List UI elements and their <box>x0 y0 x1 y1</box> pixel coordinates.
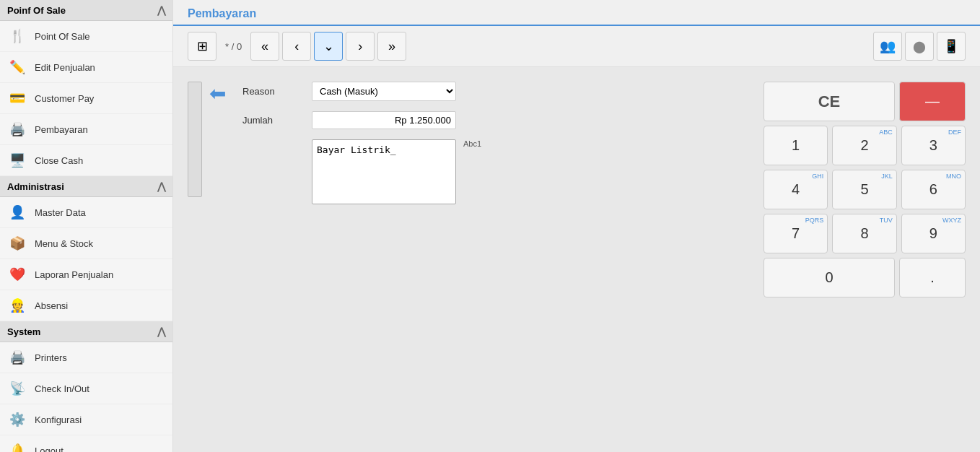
sidebar-item-pembayaran[interactable]: 🖨️Pembayaran <box>0 114 172 145</box>
jumlah-label: Jumlah <box>242 115 300 126</box>
numpad-8-sub: TUV <box>880 217 893 224</box>
sidebar-section-title-system: System <box>7 326 40 337</box>
vertical-scrollbar[interactable] <box>188 82 202 197</box>
toolbar-prev-btn[interactable]: ‹ <box>282 32 311 61</box>
abc-label: Abc1 <box>463 139 481 148</box>
numpad-2-sub: ABC <box>879 129 893 136</box>
mobile-icon: 📱 <box>943 38 959 54</box>
numpad-5[interactable]: 5 JKL <box>832 170 896 209</box>
sidebar-item-printers[interactable]: 🖨️Printers <box>0 342 172 373</box>
reason-row: Reason Cash (Masuk) Cash (Keluar) Transf… <box>242 82 748 101</box>
toolbar-circle-btn[interactable]: ⬤ <box>905 32 934 61</box>
sidebar-item-laporan-penjualan[interactable]: ❤️Laporan Penjualan <box>0 259 172 290</box>
numpad-dot[interactable]: . <box>899 258 966 297</box>
numpad-area: CE — 1 2 ABC 3 DEF <box>764 82 966 438</box>
numpad-6-label: 6 <box>929 181 937 198</box>
numpad-4-label: 4 <box>792 181 800 198</box>
collapse-icon-system: ⋀ <box>157 326 165 337</box>
main-content: Pembayaran ⊞ * / 0 « ‹ ⌄ › » 👥 ⬤ � <box>173 0 980 452</box>
collapse-icon-admin: ⋀ <box>157 181 165 192</box>
sidebar-label-point-of-sale: Point Of Sale <box>35 31 90 42</box>
sidebar-section-pos[interactable]: Poinf Of Sale⋀ <box>0 0 172 21</box>
nav-arrow-area: ⬅ <box>206 82 228 105</box>
sidebar-label-konfigurasi: Konfigurasi <box>35 414 82 425</box>
sidebar-icon-printers: 🖨️ <box>7 347 27 368</box>
sidebar-item-menu-stock[interactable]: 📦Menu & Stock <box>0 228 172 259</box>
record-info: * / 0 <box>225 41 242 52</box>
numpad-9[interactable]: 9 WXYZ <box>901 214 966 253</box>
toolbar-next-down-btn[interactable]: ⌄ <box>314 32 343 61</box>
toolbar-next-btn[interactable]: › <box>346 32 375 61</box>
sidebar-icon-konfigurasi: ⚙️ <box>7 409 27 430</box>
sidebar-icon-logout: 🔔 <box>7 440 27 452</box>
numpad-6[interactable]: 6 MNO <box>901 170 966 209</box>
toolbar-grid-btn[interactable]: ⊞ <box>188 32 216 61</box>
toolbar-mobile-btn[interactable]: 📱 <box>937 32 966 61</box>
sidebar-section-system[interactable]: System⋀ <box>0 321 172 342</box>
next-down-icon: ⌄ <box>323 38 334 54</box>
numpad-row-1: 1 2 ABC 3 DEF <box>764 126 966 165</box>
reason-select[interactable]: Cash (Masuk) Cash (Keluar) Transfer <box>312 82 456 101</box>
numpad-7[interactable]: 7 PQRS <box>764 214 828 253</box>
numpad-4[interactable]: 4 GHI <box>764 170 828 209</box>
sidebar-item-customer-pay[interactable]: 💳Customer Pay <box>0 83 172 114</box>
notes-row: Bayar Listrik_ Abc1 <box>242 139 748 204</box>
sidebar-item-absensi[interactable]: 👷Absensi <box>0 290 172 321</box>
sidebar-item-master-data[interactable]: 👤Master Data <box>0 197 172 228</box>
sidebar-icon-point-of-sale: 🍴 <box>7 26 27 46</box>
numpad-2[interactable]: 2 ABC <box>832 126 896 165</box>
sidebar-label-master-data: Master Data <box>35 207 86 218</box>
people-icon: 👥 <box>880 38 896 54</box>
sidebar-icon-customer-pay: 💳 <box>7 88 27 108</box>
notes-textarea[interactable]: Bayar Listrik_ <box>312 139 456 204</box>
sidebar-label-pembayaran: Pembayaran <box>35 124 88 135</box>
toolbar-last-btn[interactable]: » <box>377 32 406 61</box>
numpad-9-sub: WXYZ <box>942 217 961 224</box>
backspace-button[interactable]: — <box>899 82 966 121</box>
form-area: ⬅ Reason Cash (Masuk) Cash (Keluar) Tran… <box>173 67 980 452</box>
sidebar: Poinf Of Sale⋀🍴Point Of Sale✏️Edit Penju… <box>0 0 173 452</box>
backspace-icon: — <box>925 93 940 110</box>
numpad-0[interactable]: 0 <box>764 258 895 297</box>
jumlah-input[interactable] <box>312 111 456 129</box>
reason-label: Reason <box>242 86 300 97</box>
numpad-1[interactable]: 1 <box>764 126 828 165</box>
numpad-row-4: 0 . <box>764 258 966 297</box>
notes-group: Bayar Listrik_ Abc1 <box>312 139 481 204</box>
numpad-8[interactable]: 8 TUV <box>832 214 896 253</box>
page-header: Pembayaran <box>173 0 980 26</box>
numpad-3[interactable]: 3 DEF <box>901 126 966 165</box>
numpad-9-label: 9 <box>929 225 937 242</box>
numpad-top-row: CE — <box>764 82 966 121</box>
sidebar-section-title-pos: Poinf Of Sale <box>7 5 66 16</box>
sidebar-icon-master-data: 👤 <box>7 202 27 222</box>
ce-button[interactable]: CE <box>764 82 895 121</box>
sidebar-label-laporan-penjualan: Laporan Penjualan <box>35 269 113 280</box>
toolbar-people-btn[interactable]: 👥 <box>873 32 902 61</box>
sidebar-item-point-of-sale[interactable]: 🍴Point Of Sale <box>0 21 172 52</box>
sidebar-item-edit-penjualan[interactable]: ✏️Edit Penjualan <box>0 52 172 83</box>
sidebar-label-printers: Printers <box>35 352 67 363</box>
toolbar: ⊞ * / 0 « ‹ ⌄ › » 👥 ⬤ 📱 <box>173 26 980 67</box>
numpad-5-sub: JKL <box>881 173 893 180</box>
page-title: Pembayaran <box>188 7 966 25</box>
sidebar-item-check-in-out[interactable]: 📡Check In/Out <box>0 373 172 404</box>
numpad-row-2: 4 GHI 5 JKL 6 MNO <box>764 170 966 209</box>
sidebar-item-konfigurasi[interactable]: ⚙️Konfigurasi <box>0 404 172 435</box>
numpad-1-label: 1 <box>792 137 800 154</box>
sidebar-icon-laporan-penjualan: ❤️ <box>7 264 27 284</box>
numpad-7-sub: PQRS <box>805 217 824 224</box>
sidebar-section-admin[interactable]: Administrasi⋀ <box>0 176 172 197</box>
sidebar-label-logout: Logout <box>35 446 64 453</box>
sidebar-item-logout[interactable]: 🔔Logout <box>0 435 172 452</box>
back-arrow-icon[interactable]: ⬅ <box>209 82 226 105</box>
numpad-2-label: 2 <box>860 137 868 154</box>
numpad-3-sub: DEF <box>948 129 961 136</box>
sidebar-item-close-cash[interactable]: 🖥️Close Cash <box>0 145 172 176</box>
toolbar-first-btn[interactable]: « <box>250 32 279 61</box>
sidebar-icon-edit-penjualan: ✏️ <box>7 57 27 77</box>
sidebar-section-title-admin: Administrasi <box>7 181 64 192</box>
sidebar-icon-menu-stock: 📦 <box>7 233 27 253</box>
sidebar-label-menu-stock: Menu & Stock <box>35 238 93 249</box>
circle-icon: ⬤ <box>913 40 926 53</box>
